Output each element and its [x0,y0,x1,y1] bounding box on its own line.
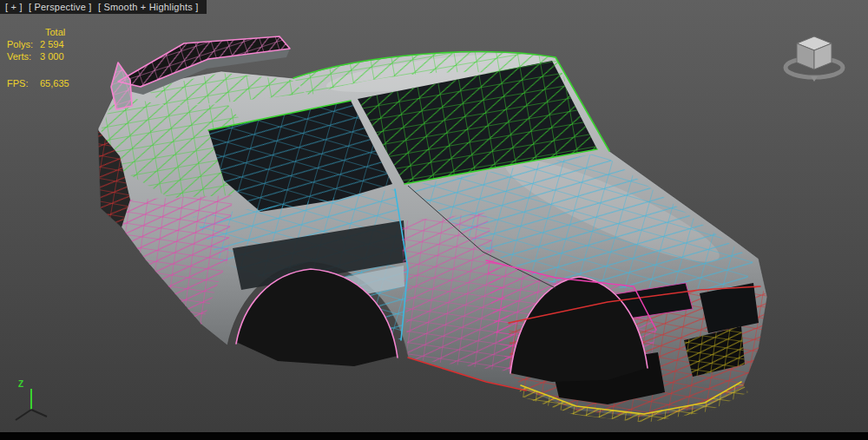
viewport-label: [ + ] [ Perspective ] [ Smooth + Highlig… [0,0,207,14]
stats-total-header: Total [45,26,65,38]
axis-z-label: Z [18,379,23,389]
viewport-bottom-border [0,432,868,440]
stats-polys-label: Polys: [7,38,40,50]
stats-fps-label: FPS: [7,77,40,89]
stats-fps-value: 65,635 [40,77,69,89]
viewport-menu-button[interactable]: [ + ] [5,2,23,12]
statistics-overlay: Total Polys: 2 594 Verts: 3 000 FPS: 65,… [7,26,69,89]
stats-fps-row: FPS: 65,635 [7,77,69,89]
stats-verts-label: Verts: [7,50,40,62]
viewport-view-button[interactable]: [ Perspective ] [29,2,92,12]
view-cube[interactable] [786,36,843,82]
viewport-shading-button[interactable]: [ Smooth + Highlights ] [98,2,199,12]
stats-polys-value: 2 594 [40,38,64,50]
viewport[interactable]: [ + ] [ Perspective ] [ Smooth + Highlig… [0,0,868,440]
axis-gizmo [16,389,47,420]
viewport-canvas[interactable] [0,0,868,440]
car-model[interactable] [98,36,767,423]
stats-verts-row: Verts: 3 000 [7,50,69,62]
stats-verts-value: 3 000 [40,50,64,62]
stats-polys-row: Polys: 2 594 [7,38,69,50]
